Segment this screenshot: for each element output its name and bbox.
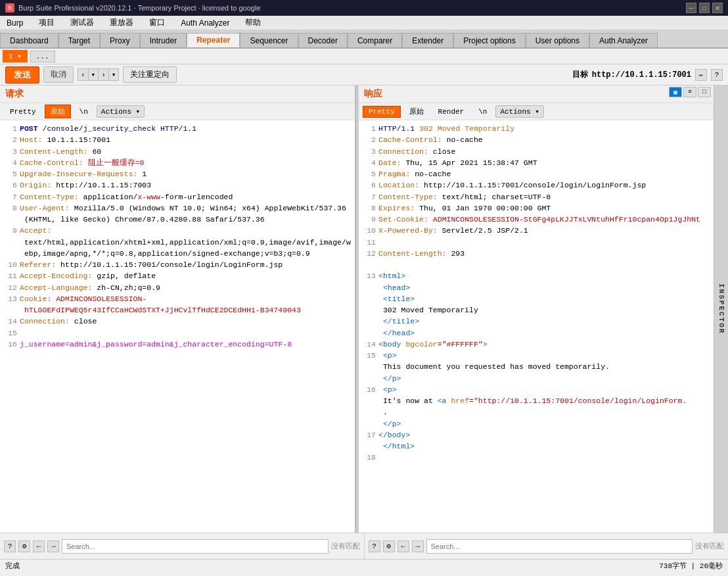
req-line-8: 8User-Agent: Mozilla/5.0 (Windows NT 10.… — [4, 203, 351, 214]
menu-burp[interactable]: Burp — [3, 17, 27, 29]
request-content[interactable]: 1POST /console/j_security_check HTTP/1.1… — [0, 120, 355, 533]
request-tab-pretty[interactable]: Pretty — [4, 106, 42, 118]
resp-line-26: </p> — [363, 418, 710, 429]
resp-line-3: 3Connection: close — [363, 146, 710, 157]
resp-line-28: </html> — [363, 441, 710, 452]
edit-target-button[interactable]: ✏ — [695, 69, 707, 81]
resp-line-23: 16 <p> — [363, 384, 710, 395]
req-line-4: 4Cache-Control: 阻止一般缓存=0 — [4, 157, 351, 168]
tab-sequencer[interactable]: Sequencer — [240, 33, 298, 47]
request-search-input[interactable] — [62, 539, 329, 554]
tab-user-options[interactable]: User options — [526, 33, 589, 47]
resp-search-settings-icon[interactable]: ⚙ — [383, 540, 395, 552]
req-search-prev-icon[interactable]: ← — [33, 540, 45, 552]
menu-project[interactable]: 项目 — [35, 16, 58, 30]
nav-next-button[interactable]: › — [99, 69, 109, 80]
cancel-button[interactable]: 取消 — [43, 66, 74, 83]
request-tab-raw[interactable]: 原始 — [45, 105, 71, 118]
tab-project-options[interactable]: Project options — [453, 33, 525, 47]
resp-line-1: 1HTTP/1.1 302 Moved Temporarily — [363, 123, 710, 134]
sub-tab-1[interactable]: 1 ▾ — [3, 50, 28, 62]
tab-dashboard[interactable]: Dashboard — [0, 33, 58, 47]
tab-comparer[interactable]: Comparer — [348, 33, 402, 47]
resp-line-27: 17</body> — [363, 429, 710, 441]
main-content: ▦ ≡ □ 请求 Pretty 原始 \n Actions ▾ 1POST /c… — [0, 85, 728, 533]
inspector-panel[interactable]: INSPECTOR — [714, 85, 728, 533]
req-line-10: 10Referer: http://10.1.1.15:7001/console… — [4, 259, 351, 270]
menu-window[interactable]: 窗口 — [145, 16, 169, 30]
response-content[interactable]: 1HTTP/1.1 302 Moved Temporarily 2Cache-C… — [359, 120, 714, 533]
resp-line-11: 11 — [363, 237, 710, 248]
request-tab-ln[interactable]: \n — [74, 106, 94, 118]
menu-auth-analyzer[interactable]: Auth Analyzer — [177, 17, 233, 29]
nav-prev-drop-button[interactable]: ▾ — [89, 69, 99, 80]
sub-tab-more[interactable]: ... — [30, 51, 55, 62]
focus-redirect-button[interactable]: 关注重定向 — [123, 66, 177, 83]
request-actions-button[interactable]: Actions ▾ — [97, 105, 145, 118]
target-url-bar: 目标 http://10.1.1.15:7001 ✏ ? — [572, 69, 723, 81]
target-label: 目标 — [572, 69, 588, 80]
nav-prev-button[interactable]: ‹ — [78, 69, 89, 80]
title-bar: B Burp Suite Professional v2020.12.1 · T… — [0, 0, 728, 16]
help-button[interactable]: ? — [711, 69, 723, 81]
req-line-15: 15 — [4, 327, 351, 339]
repeater-toolbar: 发送 取消 ‹ ▾ › ▾ 关注重定向 目标 http://10.1.1.15:… — [0, 64, 728, 85]
menu-help[interactable]: 帮助 — [241, 16, 265, 30]
resp-line-21: This document you requested has moved te… — [363, 361, 710, 372]
req-line-14: 14Connection: close — [4, 316, 351, 327]
nav-next-drop-button[interactable]: ▾ — [109, 69, 119, 80]
view-split-btn[interactable]: ▦ — [669, 87, 682, 97]
resp-line-8: 8Expires: Thu, 01 Jan 1970 00:00:00 GMT — [363, 203, 710, 214]
response-tab-pretty[interactable]: Pretty — [363, 106, 401, 118]
status-right: 738字节 | 26毫秒 — [659, 561, 723, 569]
response-tab-render[interactable]: Render — [432, 106, 470, 118]
menu-bar: Burp 项目 测试器 重放器 窗口 Auth Analyzer 帮助 — [0, 16, 728, 30]
resp-search-prev-icon[interactable]: ← — [398, 540, 409, 552]
main-tab-bar: Dashboard Target Proxy Intruder Repeater… — [0, 30, 728, 49]
view-mode-bar: ▦ ≡ □ — [669, 87, 711, 97]
resp-line-25: . — [363, 406, 710, 418]
req-line-5: 5Upgrade-Insecure-Requests: 1 — [4, 168, 351, 180]
tab-decoder[interactable]: Decoder — [298, 33, 348, 47]
resp-line-6: 6Location: http://10.1.1.15:7001/console… — [363, 180, 710, 191]
response-tab-ln[interactable]: \n — [472, 106, 493, 118]
view-single-btn[interactable]: □ — [698, 87, 711, 97]
status-left: 完成 — [5, 561, 20, 569]
response-actions-button[interactable]: Actions ▾ — [495, 105, 543, 118]
resp-line-20: 15 <p> — [363, 350, 710, 361]
resp-line-18: </head> — [363, 327, 710, 339]
resp-line-15: <title> — [363, 293, 710, 304]
resp-line-24: It's now at <a href="http://10.1.1.15:70… — [363, 395, 710, 406]
req-line-13: 13Cookie: ADMINCONSOLESESSION- — [4, 293, 351, 304]
req-search-settings-icon[interactable]: ⚙ — [18, 540, 30, 552]
tab-proxy[interactable]: Proxy — [100, 33, 140, 47]
resp-search-help-icon[interactable]: ? — [369, 540, 380, 552]
resp-line-2: 2Cache-Control: no-cache — [363, 134, 710, 145]
minimize-button[interactable]: ─ — [686, 3, 696, 13]
req-search-next-icon[interactable]: → — [47, 540, 59, 552]
response-search-input[interactable] — [426, 539, 693, 554]
send-button[interactable]: 发送 — [5, 66, 39, 84]
tab-repeater[interactable]: Repeater — [187, 33, 240, 47]
tab-auth-analyzer[interactable]: Auth Analyzer — [589, 33, 658, 47]
view-list-btn[interactable]: ≡ — [683, 87, 696, 97]
app-title: Burp Suite Professional v2020.12.1 · Tem… — [18, 4, 261, 12]
status-bar: 完成 738字节 | 26毫秒 — [0, 559, 728, 571]
tab-target[interactable]: Target — [58, 33, 100, 47]
menu-repeater[interactable]: 重放器 — [106, 16, 137, 30]
req-search-help-icon[interactable]: ? — [4, 540, 16, 552]
close-button[interactable]: ✕ — [712, 3, 723, 13]
maximize-button[interactable]: □ — [699, 3, 710, 13]
resp-search-next-icon[interactable]: → — [412, 540, 424, 552]
app-icon: B — [5, 3, 14, 12]
request-panel-header: 请求 — [0, 85, 355, 103]
tab-intruder[interactable]: Intruder — [140, 33, 187, 47]
resp-line-12: 12Content-Length: 293 — [363, 248, 710, 259]
resp-line-12b — [363, 259, 710, 270]
resp-line-5: 5Pragma: no-cache — [363, 168, 710, 180]
menu-tester[interactable]: 测试器 — [66, 16, 98, 30]
response-tab-raw[interactable]: 原始 — [403, 105, 430, 118]
response-panel: 响应 Pretty 原始 Render \n Actions ▾ 1HTTP/1… — [359, 85, 714, 533]
resp-line-9: 9Set-Cookie: ADMINCONSOLESESSION-StGFg4p… — [363, 214, 710, 225]
tab-extender[interactable]: Extender — [402, 33, 453, 47]
